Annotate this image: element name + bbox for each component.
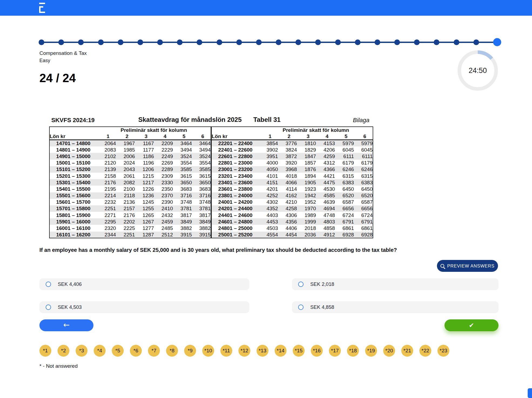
tax-table-row: 15701 – 15800225121571255241037813781 xyxy=(49,205,211,212)
answer-option-label: SEK 2,018 xyxy=(310,281,334,287)
question-chip[interactable]: *9 xyxy=(184,345,196,357)
checkmark-icon: ✔ xyxy=(469,322,474,329)
column-number-header: 3 xyxy=(135,133,154,140)
tax-table-row: 15501 – 15600221421181236237037163716 xyxy=(49,192,211,199)
tax-table-right-half: Lön kr Preliminär skatt för kolumn 12345… xyxy=(211,126,373,238)
timer-value: 24:50 xyxy=(457,50,498,91)
column-number-header: 2 xyxy=(116,133,135,140)
question-chip[interactable]: *10 xyxy=(202,345,214,357)
brand-logo-icon xyxy=(39,3,45,13)
not-answered-footnote: * - Not answered xyxy=(39,363,78,369)
stepper-dot xyxy=(355,39,361,45)
tax-table-row: 23201 – 23400410140181894442163156315 xyxy=(211,173,373,179)
radio-button[interactable] xyxy=(298,305,304,310)
question-chip[interactable]: *7 xyxy=(148,345,160,357)
column-number-header: 3 xyxy=(297,133,316,140)
column-number-header: 4 xyxy=(154,133,173,140)
radio-button[interactable] xyxy=(298,282,304,287)
stepper-dot xyxy=(118,39,123,45)
tax-table-row: 24401 – 24600440343061989474867246724 xyxy=(211,212,373,218)
tax-table-row: 24001 – 24200430242101952463965876587 xyxy=(211,199,373,205)
submit-answer-button[interactable]: ✔ xyxy=(445,319,499,331)
stepper-dot xyxy=(157,39,163,45)
preview-answers-label: PREVIEW ANSWERS xyxy=(447,263,494,269)
column-number-header: 2 xyxy=(278,133,297,140)
question-chip[interactable]: *6 xyxy=(130,345,142,357)
question-chip[interactable]: *4 xyxy=(94,345,106,357)
stepper-dot xyxy=(315,39,321,45)
radio-button[interactable] xyxy=(46,305,51,310)
tax-table-row: 24201 – 24400435242581970469466566656 xyxy=(211,205,373,212)
question-chip[interactable]: *5 xyxy=(112,345,124,357)
answer-option-label: SEK 4,406 xyxy=(58,281,82,287)
doc-annex-label: Bilaga xyxy=(353,117,369,124)
tax-table-document: SKVFS 2024:19 Skatteavdrag för månadslön… xyxy=(49,115,373,238)
column-number-header: 5 xyxy=(173,133,192,140)
tax-table-row: 16101 – 16200234422511287251239153915 xyxy=(49,232,211,238)
tax-table-row: 15001 – 15100212020241196226935543554 xyxy=(49,160,211,166)
tax-table-row: 14901 – 15000210220061186224935243524 xyxy=(49,153,211,159)
column-number-header: 1 xyxy=(97,133,116,140)
left-arrow-icon: ← xyxy=(63,321,69,329)
column-number-header: 1 xyxy=(259,133,278,140)
answer-option-label: SEK 4,858 xyxy=(310,304,334,310)
question-chip[interactable]: *23 xyxy=(437,345,449,357)
radio-button[interactable] xyxy=(46,282,51,287)
preview-answers-button[interactable]: PREVIEW ANSWERS xyxy=(437,260,498,272)
stepper-dot xyxy=(256,39,262,45)
tax-table-row: 14801 – 14900208319851177222934943494 xyxy=(49,146,211,153)
question-chip[interactable]: *1 xyxy=(39,345,51,357)
answer-option-1[interactable]: SEK 4,406 xyxy=(39,278,249,290)
stepper-dot xyxy=(375,39,380,45)
stepper-dot xyxy=(434,39,439,45)
tax-table-row: 16001 – 16100232022251277248538823882 xyxy=(49,225,211,231)
question-chip[interactable]: *20 xyxy=(383,345,395,357)
question-chip[interactable]: *21 xyxy=(401,345,413,357)
column-number-header: 4 xyxy=(316,133,335,140)
tax-table-row: 23401 – 23600415140661905447563836383 xyxy=(211,179,373,186)
tax-table-row: 23801 – 24000425241621942458565206520 xyxy=(211,192,373,199)
question-chip[interactable]: *8 xyxy=(166,345,178,357)
top-app-bar xyxy=(0,0,532,16)
stepper-dot xyxy=(473,39,479,45)
question-chip[interactable]: *22 xyxy=(419,345,431,357)
question-chip[interactable]: *11 xyxy=(220,345,232,357)
question-chip[interactable]: *12 xyxy=(238,345,250,357)
column-number-header: 6 xyxy=(192,133,211,140)
answer-option-3[interactable]: SEK 4,503 xyxy=(39,301,249,313)
tax-table-row: 15301 – 15400217620821217233036503650 xyxy=(49,179,211,186)
question-chip[interactable]: *15 xyxy=(293,345,305,357)
stepper-dot xyxy=(78,39,84,45)
question-chip[interactable]: *3 xyxy=(76,345,87,357)
answer-option-4[interactable]: SEK 4,858 xyxy=(292,301,499,313)
stepper-dot xyxy=(493,38,501,46)
tax-table-row: 15801 – 15900227121761265243238173817 xyxy=(49,212,211,218)
column-number-header: 6 xyxy=(354,133,373,140)
stepper-dot xyxy=(39,39,44,45)
question-chip[interactable]: *16 xyxy=(311,345,323,357)
salary-column-header: Lön kr xyxy=(211,127,259,140)
tax-table-row: 15901 – 16000229522021267245938493849 xyxy=(49,218,211,225)
stepper-dot xyxy=(197,39,202,45)
tax-table-row: 23001 – 23200405039681876436662466246 xyxy=(211,166,373,173)
column-group-header: Preliminär skatt för kolumn xyxy=(97,127,211,133)
question-chip[interactable]: *17 xyxy=(329,345,341,357)
tax-table-left-half: Lön kr Preliminär skatt för kolumn 12345… xyxy=(49,126,211,238)
tax-table-row: 24801 – 25000450344062018485868616861 xyxy=(211,225,373,231)
chat-widget-tab[interactable] xyxy=(528,388,532,398)
question-chip[interactable]: *18 xyxy=(347,345,359,357)
question-chip[interactable]: *19 xyxy=(365,345,377,357)
question-text: If an employee has a monthly salary of S… xyxy=(39,247,445,253)
question-chip[interactable]: *13 xyxy=(257,345,268,357)
stepper-dot xyxy=(335,39,341,45)
question-chip[interactable]: *2 xyxy=(58,345,69,357)
back-button[interactable]: ← xyxy=(39,319,93,331)
question-chip[interactable]: *14 xyxy=(275,345,287,357)
stepper-dot xyxy=(217,39,222,45)
stepper-dot xyxy=(454,39,459,45)
tax-table-row: 23601 – 23800420141141923453064506450 xyxy=(211,186,373,192)
answer-option-2[interactable]: SEK 2,018 xyxy=(292,278,499,290)
doc-reference: SKVFS 2024:19 xyxy=(51,117,95,124)
stepper-dot xyxy=(98,39,104,45)
salary-column-header: Lön kr xyxy=(49,127,97,140)
